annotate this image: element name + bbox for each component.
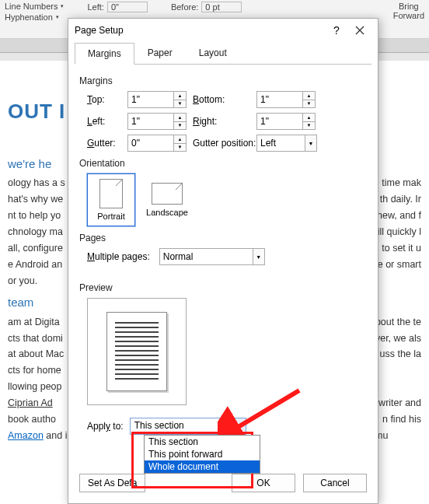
ok-button[interactable]: OK	[232, 474, 295, 492]
close-button[interactable]	[348, 19, 371, 41]
cancel-button[interactable]: Cancel	[303, 474, 367, 492]
landscape-button[interactable]: Landscape	[143, 173, 191, 226]
tab-paper[interactable]: Paper	[134, 42, 186, 64]
spinner-up-icon[interactable]: ▲	[174, 91, 187, 100]
help-button[interactable]: ?	[325, 19, 348, 41]
landscape-icon	[152, 183, 183, 205]
apply-to-value: This section	[131, 418, 232, 434]
multiple-pages-value: Normal	[159, 248, 253, 265]
multiple-pages-label: Multiple pages:	[87, 251, 150, 262]
right-input[interactable]	[256, 113, 303, 130]
chevron-down-icon[interactable]: ▼	[253, 248, 265, 265]
left-spinner[interactable]: ▲▼	[127, 113, 193, 130]
left-label: Left:	[87, 116, 127, 127]
spacing-before-label: Before:	[171, 2, 198, 12]
indent-left-label: Left:	[87, 2, 103, 12]
page-setup-dialog: Page Setup ? Margins Paper Layout Margin…	[68, 18, 378, 504]
preview-page-icon	[106, 312, 167, 391]
preview-header: Preview	[79, 282, 367, 293]
orientation-header: Orientation	[79, 158, 367, 169]
margins-header: Margins	[79, 75, 367, 86]
bring-forward-button[interactable]: Bring Forward	[393, 2, 424, 37]
hyphenation-menu[interactable]: Hyphenation	[5, 12, 53, 22]
tab-margins[interactable]: Margins	[75, 43, 134, 65]
dialog-title: Page Setup	[75, 25, 325, 36]
spacing-before-value[interactable]: 0 pt	[201, 2, 242, 12]
bottom-input[interactable]	[256, 91, 303, 108]
spinner-down-icon[interactable]: ▼	[174, 100, 187, 109]
apply-to-label: Apply to:	[87, 421, 124, 432]
bottom-label: Bottom:	[193, 94, 256, 105]
titlebar: Page Setup ?	[68, 19, 378, 42]
gutter-pos-label: Gutter position:	[193, 138, 256, 149]
apply-to-combo[interactable]: This section ▼	[130, 418, 246, 435]
close-icon	[355, 26, 364, 35]
gutter-input[interactable]	[127, 135, 174, 152]
left-input[interactable]	[127, 113, 174, 130]
tab-strip: Margins Paper Layout	[75, 42, 371, 65]
portrait-button[interactable]: Portrait	[87, 173, 135, 226]
pages-header: Pages	[79, 233, 367, 243]
landscape-label: Landscape	[146, 208, 188, 217]
chevron-down-icon[interactable]: ▼	[305, 135, 317, 152]
gutter-pos-combo[interactable]: Left▼	[256, 135, 322, 152]
line-numbers-menu[interactable]: Line Numbers	[5, 2, 58, 11]
top-spinner[interactable]: ▲▼	[127, 91, 193, 108]
gutter-label: Gutter:	[87, 138, 127, 149]
set-default-button[interactable]: Set As Defa	[79, 474, 145, 492]
gutter-pos-value: Left	[256, 135, 305, 152]
portrait-label: Portrait	[97, 212, 124, 221]
preview-box	[87, 298, 187, 405]
apply-option-whole-document[interactable]: Whole document	[145, 460, 260, 473]
indent-left-value[interactable]: 0"	[107, 2, 148, 12]
apply-option-this-section[interactable]: This section	[145, 436, 260, 448]
gutter-spinner[interactable]: ▲▼	[127, 135, 193, 152]
apply-to-dropdown: This section This point forward Whole do…	[144, 435, 260, 474]
apply-option-this-point-forward[interactable]: This point forward	[145, 448, 260, 460]
bottom-spinner[interactable]: ▲▼	[256, 91, 322, 108]
chevron-down-icon[interactable]: ▼	[232, 418, 246, 434]
portrait-icon	[99, 179, 123, 208]
right-label: Right:	[193, 116, 256, 127]
top-input[interactable]	[127, 91, 174, 108]
multiple-pages-combo[interactable]: Normal▼	[159, 248, 265, 265]
right-spinner[interactable]: ▲▼	[256, 113, 322, 130]
tab-layout[interactable]: Layout	[186, 42, 240, 64]
top-label: Top:	[87, 94, 127, 105]
